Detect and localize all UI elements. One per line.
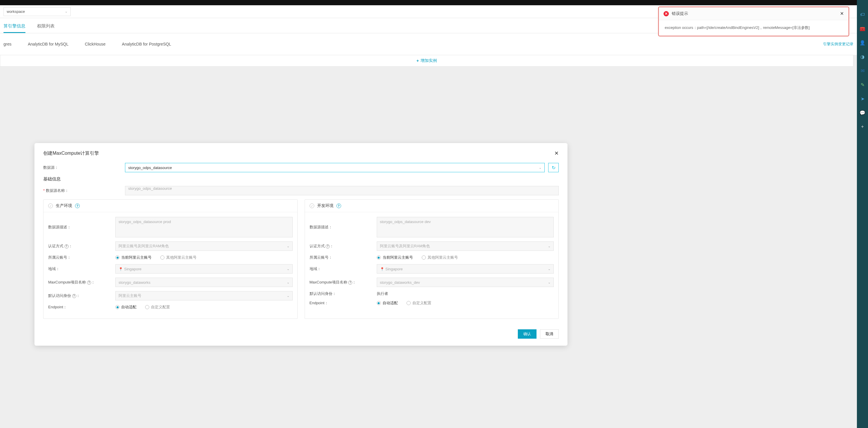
- endpoint-auto-radio[interactable]: 自动适配: [115, 304, 136, 310]
- pin-icon: 📍: [380, 267, 384, 271]
- datasource-label: 数据源：: [43, 165, 125, 170]
- cancel-button[interactable]: 取消: [540, 329, 559, 339]
- datasource-value: storygo_odps_datasource: [128, 166, 172, 170]
- dev-project-select[interactable]: storygo_dataworks_dev ⌄: [377, 278, 554, 287]
- toast-title: 错误提示: [672, 11, 688, 17]
- name-input[interactable]: storygo_odps_datasource: [125, 186, 559, 195]
- region-label: 地域：: [48, 266, 115, 271]
- dev-panel: ✓ 开发环境 ? 数据源描述： storygo_odps_datasource …: [305, 199, 559, 319]
- error-toast: ✕ 错误提示 ✕ exception occurs：path=[/ide/cre…: [658, 6, 849, 36]
- dev-auth-select[interactable]: 阿里云账号及阿里云RAM角色 ⌄: [377, 241, 554, 251]
- help-icon[interactable]: ?: [337, 203, 341, 208]
- confirm-button[interactable]: 确认: [518, 329, 536, 339]
- chevron-down-icon: ⌄: [548, 281, 551, 284]
- check-icon: ✓: [48, 203, 53, 208]
- identity-label: 默认访问身份：: [310, 291, 377, 296]
- desc-label: 数据源描述：: [310, 225, 377, 230]
- close-icon[interactable]: ✕: [840, 11, 844, 17]
- dev-panel-title: 开发环境: [317, 203, 334, 208]
- refresh-button[interactable]: ↻: [548, 163, 559, 172]
- account-label: 所属云账号：: [310, 255, 377, 260]
- close-icon[interactable]: ✕: [554, 150, 559, 157]
- chevron-down-icon: ⌄: [287, 267, 289, 271]
- auth-label: 认证方式 ?：: [48, 243, 115, 249]
- dev-account-current-radio[interactable]: 当前阿里云主账号: [377, 255, 413, 260]
- chevron-down-icon: ⌄: [539, 166, 541, 170]
- chevron-down-icon: ⌄: [287, 294, 289, 298]
- dev-account-other-radio[interactable]: 其他阿里云主账号: [422, 255, 458, 260]
- dev-region-select[interactable]: 📍Singapore ⌄: [377, 264, 554, 273]
- check-icon: ✓: [310, 203, 314, 208]
- help-icon[interactable]: ?: [75, 203, 80, 208]
- auth-select[interactable]: 阿里云账号及阿里云RAM角色 ⌄: [115, 241, 292, 251]
- section-basic-info: 基础信息: [43, 176, 559, 182]
- prod-project-select[interactable]: storygo_dataworks ⌄: [115, 278, 292, 287]
- chevron-down-icon: ⌄: [548, 244, 551, 248]
- datasource-select[interactable]: storygo_odps_datasource ⌄: [125, 163, 545, 172]
- chevron-down-icon: ⌄: [287, 244, 289, 248]
- prod-panel: ✓ 生产环境 ? 数据源描述： storygo_odps_datasource …: [43, 199, 298, 319]
- desc-label: 数据源描述：: [48, 225, 115, 230]
- toast-body: exception occurs：path=[/ide/createAndBin…: [659, 20, 848, 36]
- auth-label: 认证方式 ?：: [310, 243, 377, 249]
- chevron-down-icon: ⌄: [548, 267, 551, 271]
- account-label: 所属云账号：: [48, 255, 115, 260]
- endpoint-custom-radio[interactable]: 自定义配置: [145, 304, 170, 310]
- pin-icon: 📍: [119, 267, 123, 271]
- dev-identity-value: 执行者: [377, 291, 388, 296]
- account-other-radio[interactable]: 其他阿里云主账号: [160, 255, 196, 260]
- account-current-radio[interactable]: 当前阿里云主账号: [115, 255, 152, 260]
- endpoint-label: Endpoint：: [310, 300, 377, 306]
- identity-label: 默认访问身份 ?：: [48, 293, 115, 298]
- error-icon: ✕: [663, 11, 669, 17]
- region-select[interactable]: 📍Singapore ⌄: [115, 264, 292, 273]
- prod-desc-input[interactable]: storygo_odps_datasource prod: [115, 217, 292, 237]
- create-engine-modal: 创建MaxCompute计算引擎 ✕ 数据源： storygo_odps_dat…: [34, 143, 567, 346]
- dev-endpoint-auto-radio[interactable]: 自动适配: [377, 300, 398, 306]
- identity-select[interactable]: 阿里云主账号 ⌄: [115, 291, 292, 300]
- name-label: 数据源名称：: [43, 188, 125, 193]
- prod-panel-title: 生产环境: [56, 203, 72, 208]
- region-label: 地域：: [310, 266, 377, 271]
- dev-endpoint-custom-radio[interactable]: 自定义配置: [407, 300, 431, 306]
- modal-title: 创建MaxCompute计算引擎: [43, 150, 99, 157]
- project-label: MaxCompute项目名称 ?：: [310, 280, 377, 285]
- chevron-down-icon: ⌄: [287, 281, 289, 284]
- project-label: MaxCompute项目名称 ?：: [48, 280, 115, 285]
- dev-desc-input[interactable]: storygo_odps_datasource dev: [377, 217, 554, 237]
- endpoint-label: Endpoint：: [48, 304, 115, 310]
